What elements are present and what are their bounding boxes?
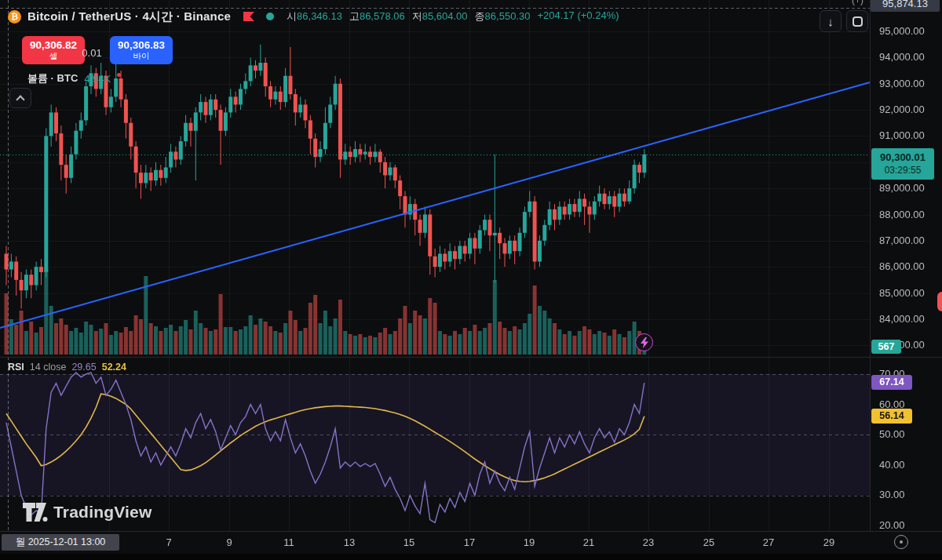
time-settings-icon[interactable] bbox=[894, 535, 908, 549]
alert-dot-icon bbox=[117, 73, 121, 77]
sell-button[interactable]: 90,306.82셀 bbox=[22, 36, 85, 64]
edge-red-pill bbox=[937, 292, 942, 311]
crosshair-date-badge: 월 2025-12-01 13:00 bbox=[2, 534, 119, 551]
low-value: 85,604.00 bbox=[422, 10, 468, 22]
chart-canvas[interactable] bbox=[0, 0, 942, 560]
rsi-tick-label: 50.00 bbox=[879, 428, 905, 440]
price-tick-label: 84,000.00 bbox=[879, 313, 925, 325]
time-tick-label: 11 bbox=[283, 536, 294, 548]
symbol-title[interactable]: Bitcoin / TetherUS · 4시간 · Binance bbox=[27, 9, 231, 24]
crosshair-price-badge: 95,874.13 bbox=[871, 0, 940, 12]
market-status-dot-icon bbox=[266, 13, 274, 20]
tradingview-chart-window: ₿ Bitcoin / TetherUS · 4시간 · Binance 시86… bbox=[0, 0, 942, 560]
btc-logo-icon: ₿ bbox=[8, 10, 21, 24]
time-tick-label: 21 bbox=[583, 536, 594, 548]
time-tick-label: 27 bbox=[763, 536, 774, 548]
buy-button[interactable]: 90,306.83바이 bbox=[110, 36, 173, 64]
clipped-corner-control: (+) bbox=[852, 0, 864, 5]
price-tick-label: 87,000.00 bbox=[879, 235, 925, 246]
rsi-legend[interactable]: RSI 14 close 29.65 52.24 bbox=[8, 362, 126, 373]
time-tick-label: 13 bbox=[344, 536, 355, 548]
close-value: 86,550.30 bbox=[485, 10, 531, 22]
time-tick-label: 23 bbox=[643, 536, 654, 548]
rsi-value-yellow: 52.24 bbox=[102, 362, 126, 373]
chevron-up-icon bbox=[16, 95, 24, 104]
time-tick-label: 9 bbox=[226, 536, 232, 548]
time-tick-label: 25 bbox=[703, 536, 714, 548]
last-price-badge: 90,300.01 03:29:55 bbox=[871, 148, 934, 180]
price-tick-label: 92,000.00 bbox=[879, 104, 925, 115]
time-tick-label: 19 bbox=[524, 536, 535, 548]
price-tick-label: 86,000.00 bbox=[879, 260, 925, 272]
price-tick-label: 94,000.00 bbox=[879, 51, 925, 63]
tradingview-logo: TradingView bbox=[22, 502, 152, 522]
change-value: +204.17 (+0.24%) bbox=[537, 9, 619, 24]
price-tick-label: 88,000.00 bbox=[879, 209, 925, 220]
rsi-yellow-badge: 56.14 bbox=[871, 409, 912, 424]
lightning-icon bbox=[640, 337, 649, 348]
rsi-tick-label: 30.00 bbox=[879, 489, 905, 500]
fullscreen-icon bbox=[853, 16, 863, 27]
ohlc-values: 시86,346.13 고86,578.06 저85,604.00 종86,550… bbox=[287, 9, 619, 24]
price-tick-label: 93,000.00 bbox=[879, 78, 925, 89]
rsi-value-purple: 29.65 bbox=[71, 362, 96, 373]
fullscreen-button[interactable] bbox=[846, 10, 868, 32]
volume-value: 4.94K bbox=[84, 73, 111, 85]
download-button[interactable]: ↓ bbox=[820, 10, 842, 32]
rsi-purple-badge: 67.14 bbox=[871, 375, 912, 390]
collapse-pane-button[interactable] bbox=[9, 88, 31, 108]
time-tick-label: 29 bbox=[823, 536, 834, 548]
lightning-order-marker[interactable] bbox=[635, 333, 653, 351]
bottom-strip bbox=[0, 554, 942, 560]
open-value: 86,346.13 bbox=[297, 10, 342, 22]
tradingview-mark-icon bbox=[22, 502, 48, 522]
price-tick-label: 95,000.00 bbox=[879, 25, 925, 37]
flag-icon[interactable] bbox=[243, 12, 255, 21]
time-tick-label: 17 bbox=[464, 536, 475, 548]
volume-axis-badge: 567 bbox=[871, 340, 901, 354]
price-tick-label: 85,000.00 bbox=[879, 287, 925, 299]
price-tick-label: 89,000.00 bbox=[879, 182, 925, 194]
time-tick-label: 15 bbox=[403, 536, 414, 548]
rsi-tick-label: 20.00 bbox=[879, 519, 905, 531]
chart-header: ₿ Bitcoin / TetherUS · 4시간 · Binance 시86… bbox=[0, 0, 870, 33]
bar-countdown: 03:29:55 bbox=[885, 165, 922, 176]
spread-value: 0.01 bbox=[78, 47, 106, 59]
rsi-tick-label: 40.00 bbox=[879, 459, 905, 471]
price-tick-label: 91,000.00 bbox=[879, 129, 925, 141]
high-value: 86,578.06 bbox=[360, 10, 405, 22]
time-tick-label: 7 bbox=[166, 536, 171, 548]
volume-legend[interactable]: 볼륨 · BTC 4.94K bbox=[27, 71, 121, 85]
